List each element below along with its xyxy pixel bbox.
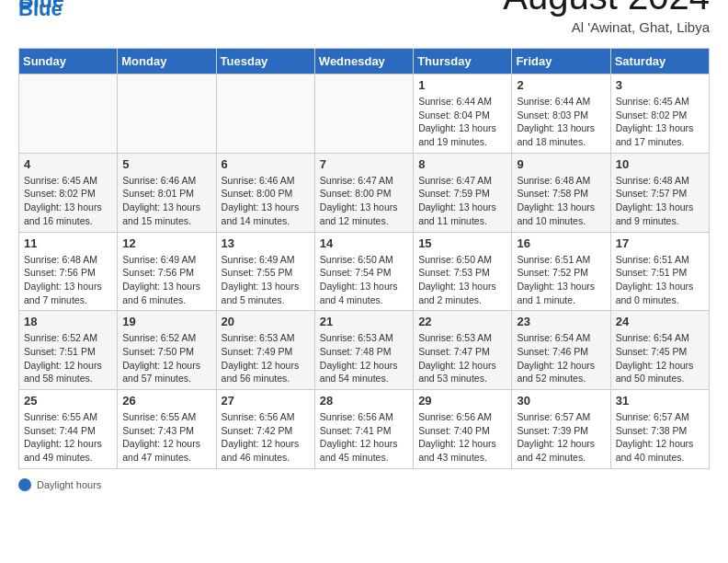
calendar-header-row: SundayMondayTuesdayWednesdayThursdayFrid…: [19, 49, 710, 75]
calendar-cell: 11Sunrise: 6:48 AM Sunset: 7:56 PM Dayli…: [19, 232, 118, 311]
day-info: Sunrise: 6:47 AM Sunset: 8:00 PM Dayligh…: [320, 174, 408, 228]
day-info: Sunrise: 6:45 AM Sunset: 8:02 PM Dayligh…: [24, 174, 112, 228]
calendar-cell: 3Sunrise: 6:45 AM Sunset: 8:02 PM Daylig…: [610, 75, 709, 154]
calendar-cell: 30Sunrise: 6:57 AM Sunset: 7:39 PM Dayli…: [512, 390, 610, 469]
calendar-table: SundayMondayTuesdayWednesdayThursdayFrid…: [18, 48, 710, 469]
day-number: 16: [517, 236, 605, 250]
calendar-cell: 27Sunrise: 6:56 AM Sunset: 7:42 PM Dayli…: [216, 390, 314, 469]
calendar-cell: 15Sunrise: 6:50 AM Sunset: 7:53 PM Dayli…: [414, 232, 512, 311]
day-info: Sunrise: 6:44 AM Sunset: 8:03 PM Dayligh…: [517, 95, 605, 149]
calendar-cell: 13Sunrise: 6:49 AM Sunset: 7:55 PM Dayli…: [216, 232, 314, 311]
calendar-week-row: 25Sunrise: 6:55 AM Sunset: 7:44 PM Dayli…: [19, 390, 710, 469]
day-number: 1: [418, 78, 506, 92]
day-number: 24: [616, 315, 704, 328]
day-number: 21: [320, 315, 408, 328]
calendar-day-header: Tuesday: [216, 49, 314, 75]
calendar-cell: 1Sunrise: 6:44 AM Sunset: 8:04 PM Daylig…: [414, 75, 512, 154]
calendar-cell: 24Sunrise: 6:54 AM Sunset: 7:45 PM Dayli…: [610, 311, 709, 390]
day-number: 13: [222, 236, 310, 250]
day-info: Sunrise: 6:57 AM Sunset: 7:39 PM Dayligh…: [517, 410, 605, 465]
day-info: Sunrise: 6:44 AM Sunset: 8:04 PM Dayligh…: [418, 95, 506, 149]
day-info: Sunrise: 6:51 AM Sunset: 7:51 PM Dayligh…: [616, 253, 704, 307]
day-number: 6: [222, 157, 310, 171]
calendar-cell: 7Sunrise: 6:47 AM Sunset: 8:00 PM Daylig…: [314, 153, 413, 232]
day-info: Sunrise: 6:56 AM Sunset: 7:42 PM Dayligh…: [222, 410, 310, 465]
calendar-cell: 31Sunrise: 6:57 AM Sunset: 7:38 PM Dayli…: [610, 390, 709, 469]
day-info: Sunrise: 6:49 AM Sunset: 7:56 PM Dayligh…: [122, 253, 210, 307]
day-info: Sunrise: 6:48 AM Sunset: 7:57 PM Dayligh…: [616, 174, 704, 228]
day-info: Sunrise: 6:54 AM Sunset: 7:45 PM Dayligh…: [616, 331, 704, 385]
day-number: 20: [222, 315, 310, 328]
calendar-cell: 23Sunrise: 6:54 AM Sunset: 7:46 PM Dayli…: [512, 311, 610, 390]
calendar-week-row: 4Sunrise: 6:45 AM Sunset: 8:02 PM Daylig…: [19, 153, 710, 232]
day-number: 3: [616, 78, 704, 92]
day-info: Sunrise: 6:53 AM Sunset: 7:49 PM Dayligh…: [222, 331, 310, 385]
day-info: Sunrise: 6:50 AM Sunset: 7:53 PM Dayligh…: [418, 253, 506, 307]
day-number: 17: [616, 236, 704, 250]
day-info: Sunrise: 6:56 AM Sunset: 7:40 PM Dayligh…: [418, 410, 506, 465]
calendar-cell: 16Sunrise: 6:51 AM Sunset: 7:52 PM Dayli…: [512, 232, 610, 311]
day-number: 31: [616, 394, 704, 408]
day-number: 4: [24, 157, 112, 171]
day-number: 27: [222, 394, 310, 408]
calendar-day-header: Saturday: [610, 49, 709, 75]
location-subtitle: Al 'Awinat, Ghat, Libya: [503, 19, 710, 35]
day-number: 12: [122, 236, 210, 250]
day-number: 18: [24, 315, 112, 328]
logo-text-blue: Blue: [18, 0, 64, 12]
calendar-cell: 4Sunrise: 6:45 AM Sunset: 8:02 PM Daylig…: [19, 153, 118, 232]
day-number: 5: [122, 157, 210, 171]
day-info: Sunrise: 6:48 AM Sunset: 7:58 PM Dayligh…: [517, 174, 605, 228]
day-info: Sunrise: 6:52 AM Sunset: 7:50 PM Dayligh…: [122, 331, 210, 385]
calendar-cell: [19, 75, 118, 154]
footer-note: Daylight hours: [18, 478, 710, 491]
day-info: Sunrise: 6:56 AM Sunset: 7:41 PM Dayligh…: [320, 410, 408, 465]
calendar-cell: 18Sunrise: 6:52 AM Sunset: 7:51 PM Dayli…: [19, 311, 118, 390]
calendar-cell: 5Sunrise: 6:46 AM Sunset: 8:01 PM Daylig…: [118, 153, 216, 232]
calendar-cell: 12Sunrise: 6:49 AM Sunset: 7:56 PM Dayli…: [118, 232, 216, 311]
calendar-cell: 28Sunrise: 6:56 AM Sunset: 7:41 PM Dayli…: [314, 390, 413, 469]
day-number: 30: [517, 394, 605, 408]
calendar-week-row: 11Sunrise: 6:48 AM Sunset: 7:56 PM Dayli…: [19, 232, 710, 311]
day-number: 14: [320, 236, 408, 250]
day-number: 7: [320, 157, 408, 171]
calendar-cell: 6Sunrise: 6:46 AM Sunset: 8:00 PM Daylig…: [216, 153, 314, 232]
day-info: Sunrise: 6:54 AM Sunset: 7:46 PM Dayligh…: [517, 331, 605, 385]
calendar-cell: 29Sunrise: 6:56 AM Sunset: 7:40 PM Dayli…: [414, 390, 512, 469]
calendar-cell: [118, 75, 216, 154]
day-info: Sunrise: 6:50 AM Sunset: 7:54 PM Dayligh…: [320, 253, 408, 307]
day-number: 23: [517, 315, 605, 328]
day-info: Sunrise: 6:55 AM Sunset: 7:43 PM Dayligh…: [122, 410, 210, 465]
day-info: Sunrise: 6:51 AM Sunset: 7:52 PM Dayligh…: [517, 253, 605, 307]
day-number: 9: [517, 157, 605, 171]
day-info: Sunrise: 6:49 AM Sunset: 7:55 PM Dayligh…: [222, 253, 310, 307]
day-number: 8: [418, 157, 506, 171]
calendar-cell: 21Sunrise: 6:53 AM Sunset: 7:48 PM Dayli…: [314, 311, 413, 390]
calendar-day-header: Wednesday: [314, 49, 413, 75]
day-number: 15: [418, 236, 506, 250]
calendar-cell: [216, 75, 314, 154]
calendar-cell: 19Sunrise: 6:52 AM Sunset: 7:50 PM Dayli…: [118, 311, 216, 390]
day-number: 2: [517, 78, 605, 92]
day-number: 26: [122, 394, 210, 408]
day-info: Sunrise: 6:52 AM Sunset: 7:51 PM Dayligh…: [24, 331, 112, 385]
calendar-cell: 10Sunrise: 6:48 AM Sunset: 7:57 PM Dayli…: [610, 153, 709, 232]
calendar-day-header: Sunday: [19, 49, 118, 75]
calendar-cell: 22Sunrise: 6:53 AM Sunset: 7:47 PM Dayli…: [414, 311, 512, 390]
calendar-body: 1Sunrise: 6:44 AM Sunset: 8:04 PM Daylig…: [19, 75, 710, 469]
day-info: Sunrise: 6:48 AM Sunset: 7:56 PM Dayligh…: [24, 253, 112, 307]
day-number: 28: [320, 394, 408, 408]
day-number: 19: [122, 315, 210, 328]
day-number: 10: [616, 157, 704, 171]
daylight-label: Daylight hours: [37, 479, 101, 490]
day-number: 11: [24, 236, 112, 250]
calendar-day-header: Thursday: [414, 49, 512, 75]
day-info: Sunrise: 6:46 AM Sunset: 8:01 PM Dayligh…: [122, 174, 210, 228]
day-info: Sunrise: 6:53 AM Sunset: 7:48 PM Dayligh…: [320, 331, 408, 385]
calendar-cell: 25Sunrise: 6:55 AM Sunset: 7:44 PM Dayli…: [19, 390, 118, 469]
day-info: Sunrise: 6:55 AM Sunset: 7:44 PM Dayligh…: [24, 410, 112, 465]
calendar-cell: 2Sunrise: 6:44 AM Sunset: 8:03 PM Daylig…: [512, 75, 610, 154]
calendar-cell: 14Sunrise: 6:50 AM Sunset: 7:54 PM Dayli…: [314, 232, 413, 311]
day-info: Sunrise: 6:45 AM Sunset: 8:02 PM Dayligh…: [616, 95, 704, 149]
footer-dot-icon: [18, 478, 31, 491]
